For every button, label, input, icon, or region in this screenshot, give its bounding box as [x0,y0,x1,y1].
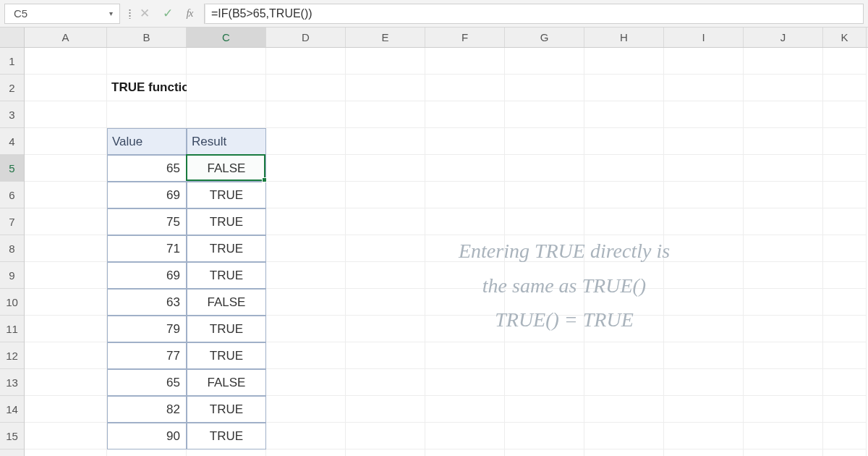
cell-I16[interactable] [664,449,744,456]
col-header-J[interactable]: J [744,28,823,47]
row-header-14[interactable]: 14 [0,396,24,423]
col-header-E[interactable]: E [346,28,425,47]
cell-E5[interactable] [346,155,425,182]
cell-H6[interactable] [584,182,664,208]
cell-D7[interactable] [266,208,346,235]
cell-B13[interactable]: 65 [107,369,187,396]
row-header-6[interactable]: 6 [0,182,24,208]
cell-C3[interactable] [187,101,266,128]
cell-A16[interactable] [25,449,107,456]
row-header-8[interactable]: 8 [0,235,24,262]
col-header-B[interactable]: B [107,28,187,47]
cell-C14[interactable]: TRUE [187,396,266,423]
cell-K5[interactable] [823,155,867,182]
cell-H12[interactable] [584,342,664,369]
cell-grid[interactable]: TRUE functionValueResult65FALSE69TRUE75T… [25,48,868,456]
col-header-G[interactable]: G [505,28,584,47]
cell-E12[interactable] [346,342,425,369]
cell-F12[interactable] [425,342,505,369]
cell-C6[interactable]: TRUE [187,182,266,208]
cell-E4[interactable] [346,128,425,155]
cell-C12[interactable]: TRUE [187,342,266,369]
col-header-I[interactable]: I [664,28,744,47]
cell-A12[interactable] [25,342,107,369]
cell-D8[interactable] [266,235,346,262]
cell-G15[interactable] [505,423,584,449]
cell-H13[interactable] [584,369,664,396]
cell-A4[interactable] [25,128,107,155]
cell-H7[interactable] [584,208,664,235]
cell-J11[interactable] [744,316,823,342]
cell-B1[interactable] [107,48,187,75]
cell-F3[interactable] [425,101,505,128]
col-header-A[interactable]: A [25,28,107,47]
cell-B4[interactable]: Value [107,128,187,155]
cell-A14[interactable] [25,396,107,423]
cell-I7[interactable] [664,208,744,235]
cell-G1[interactable] [505,48,584,75]
cell-E14[interactable] [346,396,425,423]
row-header-10[interactable]: 10 [0,289,24,316]
cell-C8[interactable]: TRUE [187,235,266,262]
cell-E7[interactable] [346,208,425,235]
cell-C4[interactable]: Result [187,128,266,155]
cell-G9[interactable] [505,262,584,289]
cell-J1[interactable] [744,48,823,75]
cell-J15[interactable] [744,423,823,449]
cell-F6[interactable] [425,182,505,208]
cell-E2[interactable] [346,75,425,101]
cell-B16[interactable] [107,449,187,456]
cell-I2[interactable] [664,75,744,101]
cell-B15[interactable]: 90 [107,423,187,449]
cell-J2[interactable] [744,75,823,101]
cell-D2[interactable] [266,75,346,101]
cell-K6[interactable] [823,182,867,208]
cell-F15[interactable] [425,423,505,449]
col-header-D[interactable]: D [266,28,346,47]
cell-F11[interactable] [425,316,505,342]
cell-E9[interactable] [346,262,425,289]
cell-D5[interactable] [266,155,346,182]
cell-K12[interactable] [823,342,867,369]
cell-F10[interactable] [425,289,505,316]
col-header-C[interactable]: C [187,28,266,47]
cell-K7[interactable] [823,208,867,235]
cell-G16[interactable] [505,449,584,456]
cell-G2[interactable] [505,75,584,101]
cell-F13[interactable] [425,369,505,396]
cell-E10[interactable] [346,289,425,316]
cell-I12[interactable] [664,342,744,369]
col-header-H[interactable]: H [584,28,664,47]
cell-H11[interactable] [584,316,664,342]
cell-D10[interactable] [266,289,346,316]
cell-G10[interactable] [505,289,584,316]
fx-icon[interactable]: fx [179,7,200,20]
cell-A15[interactable] [25,423,107,449]
cell-A6[interactable] [25,182,107,208]
col-header-K[interactable]: K [823,28,867,47]
cell-B5[interactable]: 65 [107,155,187,182]
cell-H2[interactable] [584,75,664,101]
cell-I11[interactable] [664,316,744,342]
cell-B6[interactable]: 69 [107,182,187,208]
row-header-4[interactable]: 4 [0,128,24,155]
name-box-dropdown-icon[interactable]: ▾ [107,9,115,17]
cell-J5[interactable] [744,155,823,182]
cell-A3[interactable] [25,101,107,128]
cell-C7[interactable]: TRUE [187,208,266,235]
cell-G3[interactable] [505,101,584,128]
cell-H14[interactable] [584,396,664,423]
cell-F2[interactable] [425,75,505,101]
cell-I10[interactable] [664,289,744,316]
cell-I6[interactable] [664,182,744,208]
name-box-wrap[interactable]: ▾ [4,4,120,24]
cell-J7[interactable] [744,208,823,235]
cell-D11[interactable] [266,316,346,342]
cell-C16[interactable] [187,449,266,456]
cell-D3[interactable] [266,101,346,128]
cell-I4[interactable] [664,128,744,155]
cell-E15[interactable] [346,423,425,449]
cell-C9[interactable]: TRUE [187,262,266,289]
cell-F4[interactable] [425,128,505,155]
cell-B3[interactable] [107,101,187,128]
